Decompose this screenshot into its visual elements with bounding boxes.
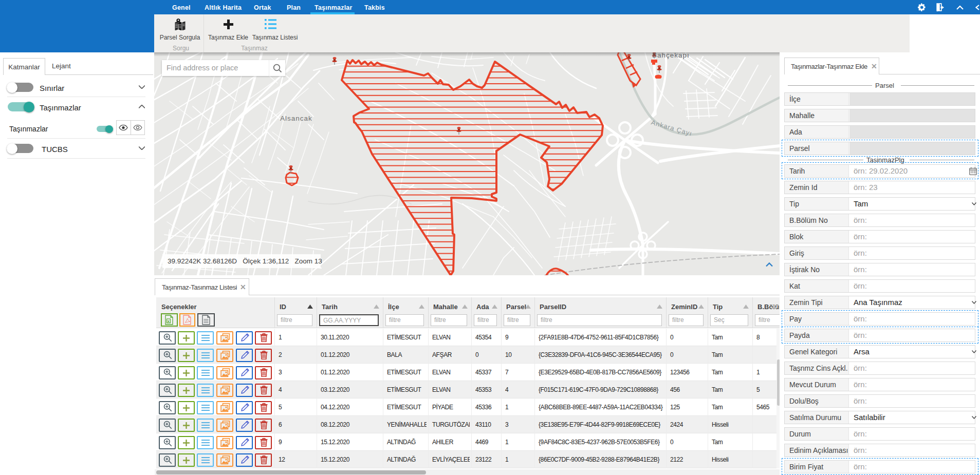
svg-text:x: x [168, 319, 170, 324]
svg-text:Alsancak: Alsancak [280, 115, 312, 122]
